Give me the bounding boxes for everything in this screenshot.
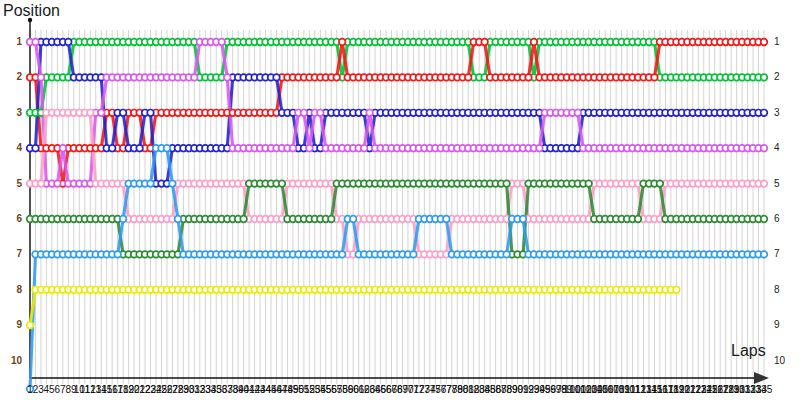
y-tick-right: 1 bbox=[774, 36, 780, 47]
car-light-blue-marker bbox=[339, 251, 346, 258]
y-tick-right: 7 bbox=[774, 248, 780, 259]
car-light-blue-marker bbox=[147, 180, 154, 187]
car-dark-green-marker bbox=[635, 216, 642, 223]
car-violet-marker bbox=[32, 39, 39, 46]
y-tick-right: 8 bbox=[774, 284, 780, 295]
car-pink-marker bbox=[761, 180, 768, 187]
car-violet-marker bbox=[317, 110, 324, 117]
car-violet-marker bbox=[98, 110, 105, 117]
car-red-marker bbox=[761, 39, 768, 46]
car-red-marker bbox=[339, 39, 346, 46]
car-violet-marker bbox=[290, 145, 297, 152]
car-green-marker bbox=[761, 74, 768, 81]
car-dark-green-marker bbox=[585, 180, 592, 187]
car-blue-marker bbox=[147, 110, 154, 117]
car-violet-marker bbox=[60, 145, 67, 152]
car-light-blue-marker bbox=[503, 251, 510, 258]
car-light-blue-marker bbox=[350, 216, 357, 223]
car-pink-marker bbox=[38, 180, 45, 187]
car-light-blue-marker bbox=[169, 180, 176, 187]
car-violet-marker bbox=[366, 110, 373, 117]
car-violet-marker bbox=[301, 110, 308, 117]
y-tick-left: 2 bbox=[16, 71, 22, 82]
y-tick-left: 7 bbox=[16, 248, 22, 259]
car-violet-marker bbox=[218, 39, 225, 46]
y-tick-right: 3 bbox=[774, 107, 780, 118]
car-violet-marker bbox=[306, 145, 313, 152]
car-blue-marker bbox=[65, 39, 72, 46]
car-red-marker bbox=[481, 39, 488, 46]
car-blue-marker bbox=[761, 110, 768, 117]
car-light-blue-marker bbox=[520, 216, 527, 223]
car-blue-marker bbox=[273, 74, 280, 81]
y-tick-left: 10 bbox=[11, 355, 23, 366]
car-violet-marker bbox=[224, 74, 231, 81]
car-dark-green-marker bbox=[657, 180, 664, 187]
car-red-marker bbox=[531, 39, 538, 46]
x-axis-label: Laps bbox=[731, 342, 766, 360]
car-pink-marker bbox=[87, 110, 94, 117]
y-tick-right: 2 bbox=[774, 71, 780, 82]
y-tick-left: 9 bbox=[16, 319, 22, 330]
car-yellow-marker bbox=[673, 287, 680, 294]
car-violet-marker bbox=[575, 110, 582, 117]
car-red-marker bbox=[525, 74, 532, 81]
y-tick-right: 5 bbox=[774, 178, 780, 189]
car-violet-marker bbox=[761, 145, 768, 152]
car-red-marker bbox=[465, 74, 472, 81]
car-light-blue-marker bbox=[761, 251, 768, 258]
chart-title: Position bbox=[3, 2, 60, 20]
car-light-blue-marker bbox=[114, 251, 121, 258]
car-blue-marker bbox=[109, 145, 116, 152]
car-light-blue-marker bbox=[443, 216, 450, 223]
y-tick-left: 5 bbox=[16, 178, 22, 189]
car-violet-marker bbox=[54, 180, 61, 187]
car-yellow-marker bbox=[27, 322, 34, 329]
y-tick-right: 10 bbox=[774, 355, 786, 366]
car-dark-green-marker bbox=[761, 216, 768, 223]
car-blue-marker bbox=[136, 145, 143, 152]
car-dark-green-marker bbox=[503, 180, 510, 187]
car-dark-green-marker bbox=[328, 216, 335, 223]
y-tick-right: 6 bbox=[774, 213, 780, 224]
car-violet-marker bbox=[191, 74, 198, 81]
car-light-blue-marker bbox=[164, 145, 171, 152]
car-violet-marker bbox=[38, 74, 45, 81]
car-violet-marker bbox=[361, 145, 368, 152]
car-red-marker bbox=[651, 74, 658, 81]
x-tick-label: 135 bbox=[756, 384, 773, 395]
x-axis-arrow-icon bbox=[754, 372, 769, 384]
car-light-blue-marker bbox=[410, 251, 417, 258]
car-blue-marker bbox=[32, 145, 39, 152]
y-tick-left: 4 bbox=[16, 142, 22, 153]
car-red-marker bbox=[333, 74, 340, 81]
y-tick-left: 8 bbox=[16, 284, 22, 295]
car-dark-green-marker bbox=[240, 216, 247, 223]
y-tick-right: 4 bbox=[774, 142, 780, 153]
car-blue-marker bbox=[120, 110, 127, 117]
car-light-blue-marker bbox=[120, 216, 127, 223]
plot-area: 1122334455667788991010123456789101112131… bbox=[0, 0, 800, 400]
y-tick-left: 6 bbox=[16, 213, 22, 224]
position-lap-chart: 1122334455667788991010123456789101112131… bbox=[0, 0, 800, 400]
car-dark-green-marker bbox=[279, 180, 286, 187]
y-tick-left: 3 bbox=[16, 107, 22, 118]
y-tick-right: 9 bbox=[774, 319, 780, 330]
y-tick-left: 1 bbox=[16, 36, 22, 47]
car-light-blue-marker bbox=[175, 216, 182, 223]
car-violet-marker bbox=[536, 145, 543, 152]
